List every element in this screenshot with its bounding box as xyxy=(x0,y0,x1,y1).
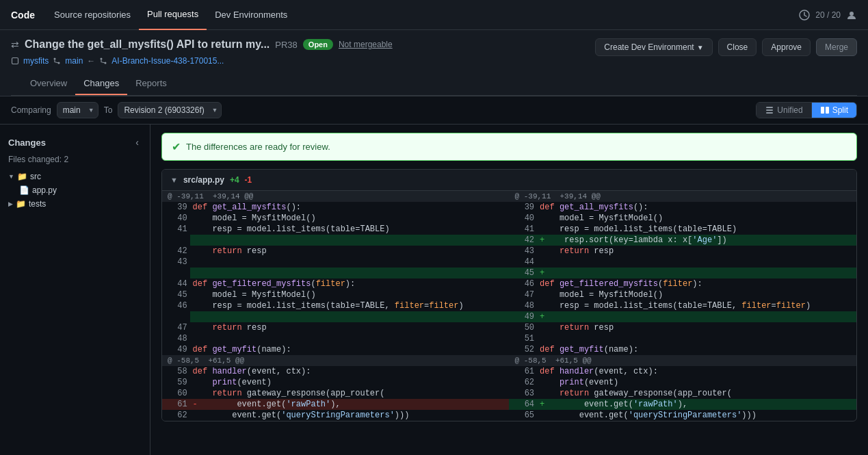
line-content-right: model = MysfitModel() xyxy=(537,213,856,224)
unified-icon xyxy=(765,105,774,115)
line-num-left: 42 xyxy=(162,246,190,257)
line-content-right: return gateway_response(app_router( xyxy=(537,388,856,399)
line-content-left xyxy=(190,333,510,344)
line-num-left: 61 xyxy=(162,399,190,410)
table-row: 45 model = MysfitModel() 47 model = Mysf… xyxy=(162,289,856,300)
line-content-right: def get_myfit(name): xyxy=(537,344,856,355)
line-num-right: 62 xyxy=(509,377,537,388)
hunk-header-2: @ -58,5 +61,5 @@ @ -58,5 +61,5 @@ xyxy=(162,355,856,366)
tree-item-app-py[interactable]: 📄 app.py xyxy=(0,183,150,197)
line-num-left xyxy=(162,235,190,246)
line-content-right: return resp xyxy=(537,246,856,257)
line-num-left: 62 xyxy=(162,410,190,421)
branch-icon-2 xyxy=(99,57,107,65)
line-num-right: 42 xyxy=(509,235,537,246)
line-content-left: resp = model.list_items(table=TABLE, fil… xyxy=(190,300,510,311)
from-branch-wrapper: main xyxy=(57,102,98,118)
pr-header: ⇄ Change the get_all_mysfits() API to re… xyxy=(0,30,868,96)
sidebar-collapse-button[interactable]: ‹ xyxy=(133,135,142,149)
pr-meta-row: mysfits main ← AI-Branch-Issue-438-17001… xyxy=(11,56,595,66)
approve-button[interactable]: Approve xyxy=(762,38,811,56)
line-content-left xyxy=(190,257,510,268)
line-content-left: def handler(event, ctx): xyxy=(190,366,510,377)
svg-rect-7 xyxy=(766,107,773,108)
table-row: 43 44 xyxy=(162,257,856,268)
table-row: 59 print(event) 62 print(event) xyxy=(162,377,856,388)
line-content-right: model = MysfitModel() xyxy=(537,289,856,300)
tab-reports[interactable]: Reports xyxy=(127,73,175,95)
table-row: 49 + xyxy=(162,311,856,322)
tree-item-src[interactable]: ▼ 📁 src xyxy=(0,170,150,183)
folder-icon: 📁 xyxy=(17,172,27,181)
diff-notification: ✔ The differences are ready for review. xyxy=(161,133,857,161)
pr-source-branch[interactable]: AI-Branch-Issue-438-170015... xyxy=(111,56,224,66)
repo-icon xyxy=(11,57,19,65)
svg-point-1 xyxy=(850,12,854,16)
file-diff-src-app-py: ▼ src/app.py +4 -1 @ -39,11 +39,14 @@ xyxy=(161,169,857,421)
nav-dev-environments[interactable]: Dev Environments xyxy=(207,0,295,30)
folder-icon-tests: 📁 xyxy=(16,199,26,209)
file-diff-additions: +4 xyxy=(230,175,239,185)
line-content-right: def handler(event, ctx): xyxy=(537,366,856,377)
pr-not-mergeable[interactable]: Not mergeable xyxy=(339,40,393,49)
line-num-left: 39 xyxy=(162,202,190,213)
tab-changes[interactable]: Changes xyxy=(75,73,127,95)
line-num-right: 46 xyxy=(509,278,537,289)
notification-text: The differences are ready for review. xyxy=(186,142,330,152)
to-revision-select[interactable]: Revision 2 (6903326f) xyxy=(118,102,222,118)
line-num-left: 46 xyxy=(162,300,190,311)
line-content-right: + xyxy=(537,268,856,278)
pr-base-branch[interactable]: main xyxy=(65,56,83,66)
from-branch-select[interactable]: main xyxy=(57,102,98,118)
line-num-right: 61 xyxy=(509,366,537,377)
line-content-right: resp = model.list_items(table=TABLE, fil… xyxy=(537,300,856,311)
unified-view-button[interactable]: Unified xyxy=(757,103,811,118)
tree-item-tests[interactable]: ▶ 📁 tests xyxy=(0,197,150,211)
split-view-button[interactable]: Split xyxy=(812,103,856,118)
line-content-right: print(event) xyxy=(537,377,856,388)
line-content-right: + xyxy=(537,311,856,322)
sidebar: Changes ‹ Files changed: 2 ▼ 📁 src 📄 app… xyxy=(0,125,150,455)
nav-right: 20 / 20 xyxy=(799,10,857,21)
svg-point-3 xyxy=(54,58,56,60)
line-num-right: 64 xyxy=(509,399,537,410)
line-num-right: 49 xyxy=(509,311,537,322)
line-content-left xyxy=(190,268,510,278)
files-changed-count: Files changed: 2 xyxy=(0,155,150,170)
file-diff-chevron[interactable]: ▼ xyxy=(170,176,178,184)
table-row: 58 def handler(event, ctx): 61 def handl… xyxy=(162,366,856,377)
line-content-right: + resp.sort(key=lambda x: x['Age']) xyxy=(537,235,856,246)
table-row: 61 - event.get('rawPath'), 64 + event.ge… xyxy=(162,399,856,410)
create-dev-env-button[interactable]: Create Dev Environment ▼ xyxy=(595,38,712,56)
pr-repo-link[interactable]: mysfits xyxy=(23,56,49,66)
pr-header-right: Create Dev Environment ▼ Close Approve M… xyxy=(595,38,857,63)
nav-source-repos[interactable]: Source repositories xyxy=(46,0,139,30)
sidebar-header: Changes ‹ xyxy=(0,130,150,155)
hunk-left-2: @ -58,5 +61,5 @@ xyxy=(162,355,509,366)
table-row: 60 return gateway_response(app_router( 6… xyxy=(162,388,856,399)
line-num-left: 43 xyxy=(162,257,190,268)
line-num-right: 39 xyxy=(509,202,537,213)
pr-arrow: ← xyxy=(87,56,95,66)
tab-overview[interactable]: Overview xyxy=(22,73,75,95)
line-num-left: 40 xyxy=(162,213,190,224)
line-content-left: return resp xyxy=(190,322,510,333)
nav-counter: 20 / 20 xyxy=(815,10,841,20)
line-content-left: event.get('queryStringParameters'))) xyxy=(190,410,510,421)
line-content-right: event.get('queryStringParameters'))) xyxy=(537,410,856,421)
line-num-right: 45 xyxy=(509,268,537,278)
merge-button[interactable]: Merge xyxy=(816,38,857,56)
split-icon xyxy=(820,105,830,115)
line-content-left: model = MysfitModel() xyxy=(190,289,510,300)
line-content-left: - event.get('rawPath'), xyxy=(190,399,510,410)
sidebar-title: Changes xyxy=(8,138,46,148)
user-icon xyxy=(846,10,857,21)
chevron-down-icon: ▼ xyxy=(697,44,704,51)
line-num-right: 41 xyxy=(509,224,537,235)
nav-pull-requests[interactable]: Pull requests xyxy=(139,0,207,30)
line-content-left xyxy=(190,235,510,246)
table-row: 40 model = MysfitModel() 40 model = Mysf… xyxy=(162,213,856,224)
table-row: 48 51 xyxy=(162,333,856,344)
file-icon: 📄 xyxy=(19,185,29,195)
close-button[interactable]: Close xyxy=(718,38,757,56)
